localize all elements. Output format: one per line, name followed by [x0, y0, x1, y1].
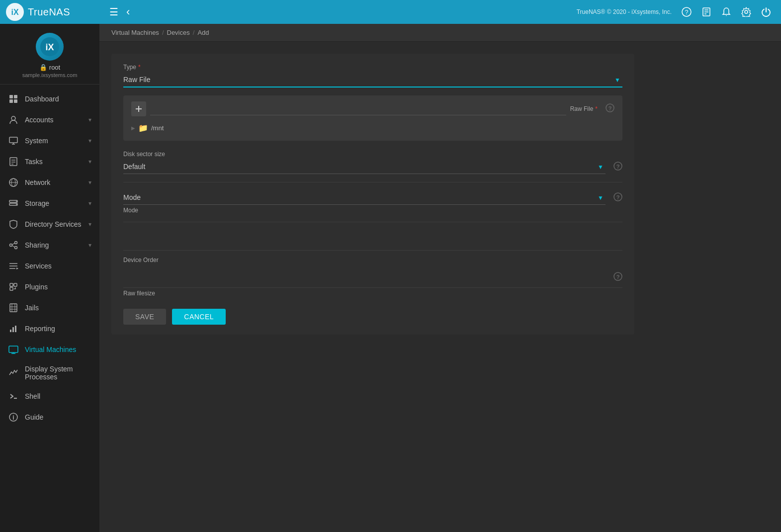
type-required: * [138, 64, 141, 71]
svg-line-35 [12, 246, 14, 247]
type-select-wrap: Raw File CD-ROM Disk NIC VNC [123, 73, 622, 88]
hostname: sample.ixsystems.com [22, 72, 78, 78]
type-select[interactable]: Raw File CD-ROM Disk NIC VNC [123, 73, 622, 88]
svg-rect-49 [12, 327, 14, 332]
file-help-icon[interactable]: ? [606, 103, 614, 114]
svg-rect-42 [10, 287, 13, 290]
svg-point-29 [16, 201, 17, 202]
file-path-input[interactable] [150, 103, 566, 115]
reporting-icon [8, 323, 19, 334]
sidebar-label-reporting: Reporting [25, 325, 55, 333]
svg-text:?: ? [685, 9, 689, 16]
question-circle-4-icon: ? [613, 272, 622, 281]
svg-point-30 [16, 204, 17, 205]
sidebar-item-accounts[interactable]: Accounts ▾ [0, 109, 99, 130]
sidebar-label-services: Services [25, 262, 52, 270]
sidebar-label-system: System [25, 137, 48, 145]
sidebar-item-tasks[interactable]: Tasks ▾ [0, 151, 99, 172]
mode-select[interactable]: Mode AHCI VirtIO [123, 190, 606, 205]
cancel-button[interactable]: CANCEL [172, 309, 226, 325]
help-button[interactable]: ? [678, 4, 695, 20]
sidebar-item-services[interactable]: Services [0, 256, 99, 276]
guide-icon: i [8, 412, 19, 423]
system-chevron: ▾ [88, 137, 91, 144]
sidebar-label-sharing: Sharing [25, 241, 49, 249]
virtual-machines-icon [8, 344, 19, 355]
sidebar-item-sharing[interactable]: Sharing ▾ [0, 235, 99, 256]
logo: iX TrueNAS [6, 3, 105, 21]
file-required: * [595, 105, 598, 112]
svg-rect-12 [9, 95, 13, 98]
file-add-button[interactable] [131, 101, 146, 116]
svg-rect-43 [10, 304, 17, 312]
tree-item-mnt[interactable]: ▶ 📁 /mnt [131, 121, 614, 135]
save-button[interactable]: SAVE [123, 309, 166, 325]
svg-point-31 [15, 242, 17, 244]
raw-filesize-input[interactable] [123, 271, 606, 283]
svg-marker-39 [16, 267, 18, 269]
tree-arrow: ▶ [131, 125, 135, 131]
directory-services-chevron: ▾ [88, 221, 91, 228]
back-button[interactable]: ‹ [122, 2, 134, 21]
sidebar-nav: Dashboard Accounts ▾ System ▾ [0, 85, 99, 532]
bell-button[interactable] [717, 4, 735, 20]
svg-rect-14 [9, 99, 13, 103]
sidebar-item-dashboard[interactable]: Dashboard [0, 89, 99, 109]
svg-rect-13 [14, 95, 17, 98]
raw-filesize-help-icon[interactable]: ? [613, 272, 622, 283]
settings-button[interactable] [737, 4, 755, 20]
sidebar-label-virtual-machines: Virtual Machines [25, 346, 76, 354]
tasks-chevron: ▾ [88, 158, 91, 165]
svg-rect-40 [10, 283, 13, 286]
sidebar-label-network: Network [25, 178, 50, 186]
sidebar-item-plugins[interactable]: Plugins [0, 276, 99, 297]
sidebar-item-system[interactable]: System ▾ [0, 130, 99, 151]
divider-2 [123, 222, 622, 222]
sidebar-item-display-system-processes[interactable]: Display System Processes [0, 360, 99, 386]
breadcrumb: Virtual Machines / Devices / Add [99, 24, 781, 42]
username-row: 🔒 root [39, 64, 60, 71]
content-area: Virtual Machines / Devices / Add Type * … [99, 24, 781, 532]
breadcrumb-devices[interactable]: Devices [167, 29, 190, 36]
device-order-row [123, 230, 622, 251]
notes-button[interactable] [697, 4, 715, 20]
disk-sector-select[interactable]: Default 512 4096 [123, 160, 606, 174]
raw-filesize-field-group: ? Raw filesize [123, 271, 622, 297]
disk-sector-field-group: Disk sector size Default 512 4096 ? [123, 151, 622, 174]
sidebar-item-reporting[interactable]: Reporting [0, 318, 99, 339]
sidebar-item-directory-services[interactable]: Directory Services ▾ [0, 214, 99, 235]
sidebar-item-network[interactable]: Network ▾ [0, 172, 99, 193]
system-icon [8, 135, 19, 146]
breadcrumb-sep-2: / [193, 29, 195, 36]
sidebar-label-plugins: Plugins [25, 283, 48, 291]
services-icon [8, 261, 19, 271]
svg-point-32 [10, 244, 12, 247]
file-add-icon [135, 105, 143, 113]
plugins-icon [8, 281, 19, 292]
avatar-icon: iX [40, 37, 60, 57]
mode-select-wrap: Mode AHCI VirtIO [123, 190, 606, 205]
power-button[interactable] [757, 4, 775, 20]
dashboard-icon [8, 93, 19, 104]
sidebar-item-jails[interactable]: Jails [0, 297, 99, 318]
breadcrumb-vm[interactable]: Virtual Machines [111, 29, 159, 36]
svg-rect-50 [15, 326, 16, 332]
sidebar-item-storage[interactable]: Storage ▾ [0, 193, 99, 214]
topbar-actions: TrueNAS® © 2020 - iXsystems, Inc. ? [577, 4, 775, 20]
device-order-input[interactable] [123, 234, 622, 246]
sidebar-item-guide[interactable]: i Guide [0, 407, 99, 428]
svg-rect-51 [9, 346, 18, 353]
copyright: TrueNAS® © 2020 - iXsystems, Inc. [577, 8, 672, 15]
disk-sector-help-icon[interactable]: ? [613, 162, 622, 173]
sidebar-item-shell[interactable]: Shell [0, 386, 99, 407]
raw-filesize-label: Raw filesize [123, 290, 622, 297]
accounts-chevron: ▾ [88, 116, 91, 123]
sidebar-label-storage: Storage [25, 199, 49, 207]
svg-text:?: ? [616, 164, 620, 170]
username: root [49, 64, 60, 71]
menu-button[interactable]: ☰ [105, 3, 122, 21]
question-circle-3-icon: ? [613, 192, 622, 201]
breadcrumb-sep-1: / [162, 29, 164, 36]
mode-help-icon[interactable]: ? [613, 192, 622, 203]
sidebar-item-virtual-machines[interactable]: Virtual Machines [0, 339, 99, 360]
